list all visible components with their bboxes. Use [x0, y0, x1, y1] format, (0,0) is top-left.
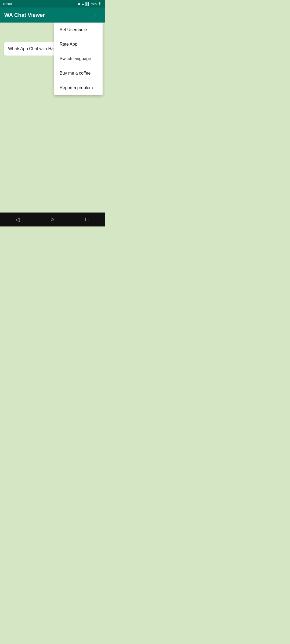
status-time: 01:08 [3, 2, 12, 6]
dropdown-menu: Set Username Rate App Switch language Bu… [54, 23, 103, 95]
back-button[interactable]: ◁ [9, 214, 26, 225]
app-page: 01:08 ▣ ▲ ▌▌ 40% 🔋 WA Chat Viewer ⋮ + Ad… [0, 0, 105, 226]
menu-item-rate-app[interactable]: Rate App [54, 37, 103, 52]
menu-item-buy-coffee[interactable]: Buy me a coffee [54, 66, 103, 80]
home-button[interactable]: ○ [44, 214, 60, 225]
app-bar: WA Chat Viewer ⋮ [0, 8, 105, 23]
signal-bars-icon: ▌▌ [85, 2, 90, 5]
menu-item-switch-language[interactable]: Switch language [54, 52, 103, 66]
battery-indicator: 40% [91, 2, 97, 5]
menu-item-report-problem[interactable]: Report a problem [54, 80, 103, 95]
chat-card-text: WhatsApp Chat with Harr [8, 46, 57, 51]
menu-item-set-username[interactable]: Set Username [54, 23, 103, 37]
wifi-icon: ▲ [81, 2, 84, 5]
app-title: WA Chat Viewer [4, 12, 45, 18]
bottom-nav: ◁ ○ □ [0, 213, 105, 226]
status-icons: ▣ ▲ ▌▌ 40% 🔋 [78, 2, 102, 6]
status-bar: 01:08 ▣ ▲ ▌▌ 40% 🔋 [0, 0, 105, 8]
signal-icon: ▣ [78, 2, 80, 6]
battery-icon: 🔋 [98, 2, 102, 6]
recent-apps-button[interactable]: □ [79, 214, 95, 225]
more-options-button[interactable]: ⋮ [90, 10, 100, 20]
